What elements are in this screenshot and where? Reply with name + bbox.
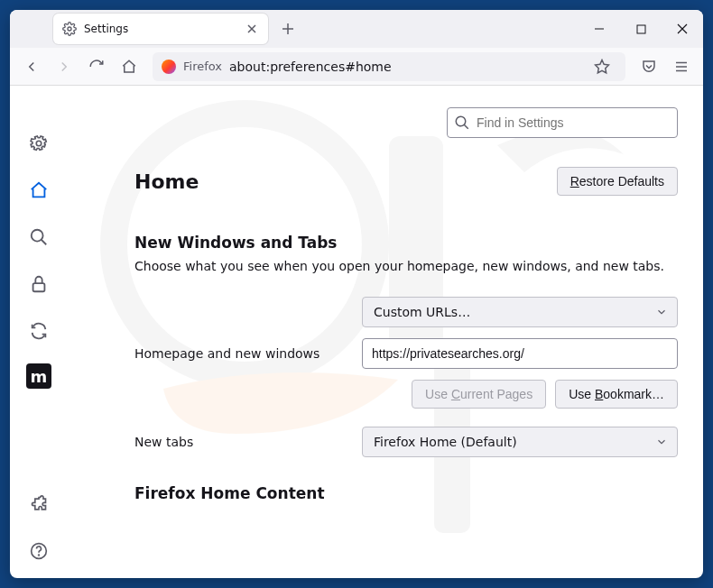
- homepage-url-input[interactable]: [362, 338, 678, 369]
- settings-sidebar: m: [10, 86, 68, 578]
- search-icon: [454, 115, 470, 131]
- active-tab[interactable]: Settings: [53, 14, 268, 44]
- close-tab-button[interactable]: [245, 22, 259, 36]
- hamburger-icon: [673, 59, 690, 75]
- maximize-button[interactable]: [620, 10, 662, 48]
- sidebar-item-privacy[interactable]: [24, 270, 53, 299]
- lock-icon: [29, 274, 49, 294]
- star-icon: [594, 59, 610, 75]
- svg-rect-3: [637, 25, 645, 33]
- sidebar-item-help[interactable]: [24, 537, 53, 565]
- restore-defaults-button[interactable]: RRestore Defaultsestore Defaults: [557, 167, 678, 196]
- svg-point-4: [36, 141, 42, 146]
- svg-rect-6: [33, 283, 45, 291]
- sidebar-item-sync[interactable]: [24, 317, 53, 345]
- section-description: Choose what you see when you open your h…: [134, 259, 678, 273]
- app-menu-button[interactable]: [667, 52, 696, 81]
- chevron-down-icon: [655, 306, 668, 318]
- plus-icon: [282, 23, 294, 35]
- search-icon: [29, 227, 49, 247]
- newtabs-select[interactable]: Firefox Home (Default): [362, 427, 678, 457]
- url-text: about:preferences#home: [229, 60, 392, 74]
- firefox-icon: [162, 60, 176, 74]
- home-icon: [121, 59, 137, 75]
- save-to-pocket-button[interactable]: [634, 52, 663, 81]
- titlebar: Settings: [10, 10, 703, 48]
- svg-point-5: [32, 230, 43, 242]
- gear-icon: [62, 22, 77, 36]
- home-content-heading: Firefox Home Content: [134, 484, 678, 502]
- tab-title: Settings: [84, 23, 237, 35]
- newtabs-label: New tabs: [134, 435, 347, 449]
- homepage-label: Homepage and new windows: [134, 346, 347, 361]
- url-bar[interactable]: Firefox about:preferences#home: [153, 52, 625, 81]
- question-icon: [30, 542, 48, 560]
- arrow-right-icon: [56, 59, 72, 75]
- window-controls: [579, 10, 703, 48]
- pocket-icon: [641, 59, 657, 75]
- nav-toolbar: Firefox about:preferences#home: [10, 48, 703, 86]
- settings-main: Home RRestore Defaultsestore Defaults Ne…: [68, 86, 703, 578]
- section-heading: New Windows and Tabs: [134, 234, 678, 252]
- homepage-mode-select[interactable]: Custom URLs…: [362, 297, 678, 327]
- use-current-pages-button[interactable]: Use Current PagesUse Current Pages: [412, 380, 546, 409]
- gear-icon: [29, 133, 49, 153]
- svg-point-9: [456, 116, 466, 126]
- select-value: Firefox Home (Default): [374, 435, 517, 449]
- svg-point-8: [39, 555, 40, 556]
- home-button[interactable]: [115, 52, 144, 81]
- sidebar-item-general[interactable]: [24, 129, 53, 158]
- back-button[interactable]: [17, 52, 46, 81]
- close-icon: [246, 23, 257, 34]
- minimize-icon: [594, 23, 605, 34]
- forward-button[interactable]: [50, 52, 79, 81]
- sidebar-item-more-mozilla[interactable]: m: [26, 363, 51, 389]
- home-icon: [29, 180, 49, 200]
- svg-point-2: [68, 27, 71, 31]
- sidebar-item-home[interactable]: [24, 176, 53, 205]
- identity-label: Firefox: [183, 60, 222, 73]
- maximize-icon: [636, 24, 646, 34]
- sidebar-item-extensions[interactable]: [24, 490, 53, 519]
- reload-icon: [88, 59, 105, 75]
- arrow-left-icon: [23, 59, 40, 75]
- find-in-settings-input[interactable]: [447, 107, 678, 138]
- reload-button[interactable]: [82, 52, 111, 81]
- bookmark-star-button[interactable]: [588, 52, 616, 81]
- use-bookmark-button[interactable]: Use Bookmark…Use Bookmark…: [555, 380, 678, 409]
- sync-icon: [29, 321, 49, 341]
- close-icon: [677, 23, 688, 34]
- new-tab-button[interactable]: [275, 16, 301, 41]
- close-window-button[interactable]: [662, 10, 703, 48]
- sidebar-item-search[interactable]: [24, 223, 53, 252]
- puzzle-icon: [30, 495, 48, 513]
- chevron-down-icon: [655, 436, 668, 448]
- select-value: Custom URLs…: [374, 305, 470, 319]
- page-title: Home: [134, 170, 199, 193]
- minimize-button[interactable]: [579, 10, 620, 48]
